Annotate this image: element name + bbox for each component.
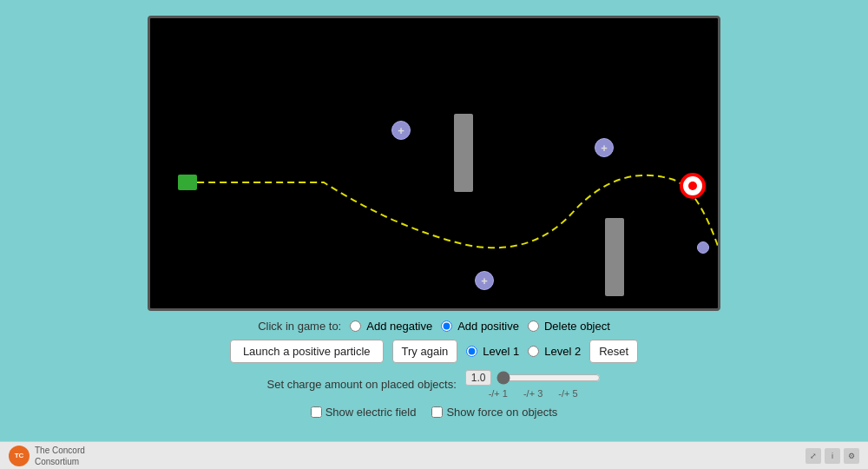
display-options-row: Show electric field Show force on object…	[311, 406, 558, 419]
show-force-label: Show force on objects	[446, 406, 557, 419]
obstacle-2	[605, 218, 624, 296]
level2-radio[interactable]	[528, 346, 539, 357]
show-electric-field-option[interactable]: Show electric field	[311, 406, 417, 419]
concord-logo: TC The Concord Consortium	[9, 445, 85, 467]
charge-slider-row: Set charge amount on placed objects: 1.0…	[267, 370, 602, 399]
add-positive-radio[interactable]	[441, 320, 452, 332]
launch-button[interactable]: Launch a positive particle	[230, 340, 384, 363]
delete-object-radio[interactable]	[528, 320, 539, 332]
main-container: + + + Click in game to: Add negative Add…	[0, 0, 868, 419]
slider-max-label: -/+ 5	[558, 388, 577, 399]
info-icon[interactable]: i	[825, 448, 840, 464]
add-positive-option[interactable]: Add positive	[441, 320, 519, 333]
settings-icon[interactable]: ⚙	[844, 448, 859, 464]
bottom-icons: ⤢ i ⚙	[806, 448, 859, 464]
delete-object-label: Delete object	[544, 320, 610, 333]
slider-value: 1.0	[465, 370, 492, 386]
add-negative-radio[interactable]	[350, 320, 361, 332]
add-positive-label: Add positive	[457, 320, 519, 333]
particle-1[interactable]: +	[391, 121, 411, 140]
level1-radio[interactable]	[466, 346, 477, 357]
slider-labels: -/+ 1 -/+ 3 -/+ 5	[489, 388, 578, 399]
slider-row: 1.0	[465, 370, 602, 386]
click-mode-row: Click in game to: Add negative Add posit…	[258, 320, 610, 333]
particle-3[interactable]: +	[475, 271, 494, 290]
trajectory-path	[150, 18, 718, 308]
add-negative-option[interactable]: Add negative	[350, 320, 432, 333]
logo-icon-text: TC	[15, 452, 24, 459]
delete-object-option[interactable]: Delete object	[528, 320, 610, 333]
reset-button[interactable]: Reset	[589, 340, 638, 363]
trajectory-particle	[697, 241, 709, 254]
bottom-bar: TC The Concord Consortium ⤢ i ⚙	[0, 441, 868, 469]
concord-text: The Concord Consortium	[35, 445, 85, 467]
slider-section: 1.0 -/+ 1 -/+ 3 -/+ 5	[465, 370, 602, 399]
action-row: Launch a positive particle Try again Lev…	[230, 340, 638, 363]
logo-icon: TC	[9, 446, 30, 466]
charge-slider-label: Set charge amount on placed objects:	[267, 378, 457, 391]
level2-label: Level 2	[544, 345, 581, 358]
game-canvas: + + +	[148, 16, 720, 311]
controls-area: Click in game to: Add negative Add posit…	[148, 320, 720, 419]
slider-min-label: -/+ 1	[489, 388, 508, 399]
obstacle-1	[454, 114, 473, 192]
show-force-option[interactable]: Show force on objects	[431, 406, 557, 419]
level2-option[interactable]: Level 2	[528, 345, 581, 358]
try-again-button[interactable]: Try again	[392, 340, 458, 363]
show-electric-field-label: Show electric field	[326, 406, 417, 419]
slider-mid-label: -/+ 3	[523, 388, 542, 399]
level1-option[interactable]: Level 1	[466, 345, 519, 358]
show-electric-field-checkbox[interactable]	[311, 406, 322, 418]
target	[680, 173, 706, 199]
target-center	[688, 182, 697, 190]
charge-slider[interactable]	[496, 371, 601, 385]
add-negative-label: Add negative	[366, 320, 432, 333]
level1-label: Level 1	[483, 345, 519, 358]
click-mode-label: Click in game to:	[258, 320, 341, 333]
show-force-checkbox[interactable]	[431, 406, 443, 418]
particle-2[interactable]: +	[595, 138, 614, 157]
fullscreen-icon[interactable]: ⤢	[806, 448, 821, 464]
